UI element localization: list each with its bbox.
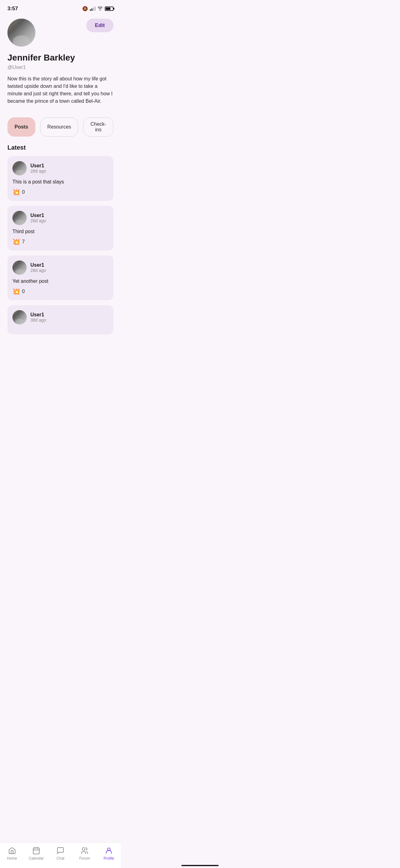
profile-header: Edit (0, 16, 121, 53)
reaction-count: 0 (22, 289, 25, 294)
post-avatar (12, 310, 27, 324)
status-time: 3:57 (7, 6, 18, 12)
post-header: User1 28d ago (12, 161, 108, 176)
post-header: User1 38d ago (12, 310, 108, 324)
reaction-emoji: 💥 (12, 238, 20, 246)
post-meta: User1 38d ago (30, 312, 46, 322)
reaction-count: 0 (22, 189, 25, 195)
tab-resources[interactable]: Resources (40, 117, 78, 136)
post-card[interactable]: User1 38d ago (7, 305, 113, 334)
status-icons: 🔕 (82, 6, 113, 11)
post-content: Third post (12, 229, 108, 235)
bell-muted-icon: 🔕 (82, 6, 88, 11)
post-avatar (12, 211, 27, 225)
post-username: User1 (30, 312, 46, 318)
avatar (7, 19, 35, 46)
profile-info: Jennifer Barkley @User1 Now this is the … (0, 53, 121, 111)
post-time: 38d ago (30, 318, 46, 322)
post-meta: User1 28d ago (30, 163, 46, 174)
profile-name: Jennifer Barkley (7, 53, 113, 63)
post-header: User1 28d ago (12, 260, 108, 275)
latest-title: Latest (7, 144, 113, 151)
profile-username: @User1 (7, 65, 113, 70)
post-card[interactable]: User1 28d ago Third post 💥 7 (7, 206, 113, 251)
post-time: 28d ago (30, 218, 46, 223)
post-reactions: 💥 0 (12, 188, 108, 196)
reaction-count: 7 (22, 239, 25, 245)
wifi-icon (97, 6, 103, 11)
post-username: User1 (30, 213, 46, 218)
edit-button[interactable]: Edit (86, 19, 113, 32)
post-avatar (12, 260, 27, 275)
profile-bio: Now this is the story all about how my l… (7, 75, 113, 105)
tab-checkins[interactable]: Check-ins (83, 117, 113, 136)
reaction-emoji: 💥 (12, 188, 20, 196)
post-username: User1 (30, 262, 46, 268)
post-avatar (12, 161, 27, 176)
post-meta: User1 28d ago (30, 213, 46, 223)
post-reactions: 💥 7 (12, 238, 108, 246)
post-time: 28d ago (30, 168, 46, 174)
status-bar: 3:57 🔕 (0, 0, 121, 16)
tab-posts[interactable]: Posts (7, 117, 35, 136)
post-time: 28d ago (30, 268, 46, 273)
latest-section: Latest User1 28d ago This is a post that… (0, 144, 121, 377)
post-meta: User1 28d ago (30, 262, 46, 273)
post-reactions: 💥 0 (12, 288, 108, 295)
signal-icon (90, 6, 96, 11)
post-content: This is a post that slays (12, 179, 108, 185)
post-card[interactable]: User1 28d ago Yet another post 💥 0 (7, 255, 113, 300)
battery-icon (105, 6, 113, 11)
post-header: User1 28d ago (12, 211, 108, 225)
reaction-emoji: 💥 (12, 288, 20, 295)
post-content: Yet another post (12, 278, 108, 284)
tabs-container: Posts Resources Check-ins (0, 111, 121, 144)
post-card[interactable]: User1 28d ago This is a post that slays … (7, 156, 113, 201)
post-username: User1 (30, 163, 46, 168)
